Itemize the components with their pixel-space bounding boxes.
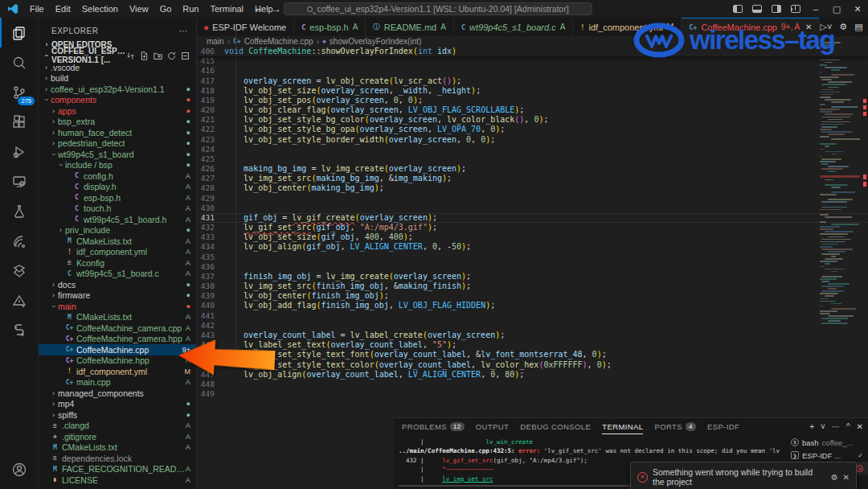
collapse-all-icon[interactable] xyxy=(181,51,190,60)
panel-tab-esp-idf[interactable]: ESP-IDF xyxy=(707,418,739,434)
search-icon[interactable] xyxy=(0,47,39,77)
tree-item-docs[interactable]: ›docs● xyxy=(39,279,196,290)
panel-tab-debug-console[interactable]: DEBUG CONSOLE xyxy=(520,418,591,434)
tab-close-icon[interactable]: ✕ xyxy=(805,23,812,31)
tree-item-config-h[interactable]: Cconfig.hA xyxy=(39,171,196,182)
breadcrumb-item-coffeemachine-cpp[interactable]: CoffeeMachine.cpp xyxy=(244,37,313,46)
panel-tab-problems[interactable]: PROBLEMS12 xyxy=(402,418,465,434)
tree-item-idf-component-yml[interactable]: !idf_component.ymlM xyxy=(39,366,196,377)
tree-item-clangd[interactable]: ≡.clangdA xyxy=(39,421,196,432)
tree-item-spiffs[interactable]: ›spiffs● xyxy=(39,409,196,421)
tree-item-coffeemachine-camera-hpp[interactable]: C+CoffeeMachine_camera.hppA xyxy=(39,334,196,345)
remote-explorer-icon[interactable] xyxy=(0,166,39,196)
tree-item-wt99p4c5-s1-board-h[interactable]: Cwt99p4c5_s1_board.hA xyxy=(39,214,196,225)
terminal-dropdown-icon[interactable]: ˅ xyxy=(821,422,825,431)
tree-item-touch-h[interactable]: Ctouch.hA xyxy=(39,203,196,215)
tree-item-coffeemachine-hpp[interactable]: C+CoffeeMachine.hppA xyxy=(39,355,196,367)
tree-item-apps[interactable]: ›apps● xyxy=(39,105,196,117)
notification-settings-icon[interactable]: ⚙ xyxy=(831,473,838,482)
tree-item-face-recognition-readme-md[interactable]: MFACE_RECOGNITION_README.mdA xyxy=(39,464,196,475)
tree-item-firmware[interactable]: ›firmware● xyxy=(39,290,196,302)
tree-item-wt99p4c5-s1-board-c[interactable]: Cwt99p4c5_s1_board.cA xyxy=(39,269,196,280)
menu-item-run[interactable]: Run xyxy=(177,0,204,18)
tree-item-coffeemachine-camera-cpp[interactable]: C+CoffeeMachine_camera.cppA xyxy=(39,323,196,334)
new-terminal-icon[interactable]: + xyxy=(809,422,814,431)
extensions-icon[interactable] xyxy=(0,107,39,137)
tree-item-license[interactable]: ▮LICENSEA xyxy=(39,475,196,486)
testing-icon[interactable] xyxy=(0,196,39,226)
minimize-button[interactable]: – xyxy=(805,0,826,18)
tab-idf-component-yml[interactable]: !idf_component.ymlM xyxy=(573,18,682,36)
espressif-idf-icon[interactable] xyxy=(0,226,39,256)
back-arrow-icon[interactable]: ← xyxy=(254,3,264,14)
editor-action-device-icon[interactable]: ▤ xyxy=(854,22,862,32)
new-folder-icon[interactable] xyxy=(154,51,162,60)
explorer-icon[interactable] xyxy=(0,18,39,47)
explorer-more-icon[interactable]: ⋯ xyxy=(179,26,189,36)
tree-item-main[interactable]: ›main● xyxy=(39,301,196,312)
toggle-panel-icon[interactable] xyxy=(752,5,762,13)
tree-item-main-cpp[interactable]: C+main.cppA xyxy=(39,377,196,388)
tree-item-idf-component-yml[interactable]: !idf_component.ymlA xyxy=(39,247,196,258)
refresh-icon[interactable] xyxy=(167,51,176,60)
panel-more-icon[interactable]: ⋯ xyxy=(832,422,840,431)
source-control-icon[interactable]: 275 xyxy=(0,77,39,107)
customize-layout-icon[interactable] xyxy=(791,5,800,13)
tree-item-kconfig[interactable]: ≡KconfigA xyxy=(39,257,196,269)
esp-tool-1-icon[interactable] xyxy=(0,256,39,286)
tree-item-display-h[interactable]: Cdisplay.hA xyxy=(39,182,196,193)
tab-wt99p4c5-s1-board-c[interactable]: Cwt99p4c5_s1_board.cA xyxy=(454,18,573,36)
tab-readme-md[interactable]: ⓘREADME.mdA xyxy=(366,18,454,36)
tab-esp-bsp-h[interactable]: Cesp-bsp.hA xyxy=(294,18,366,36)
command-center-search[interactable]: coffee_ui_esp32p4-Version1.1 [WSL: Ubunt… xyxy=(284,2,592,15)
tree-item-coffee-ui-esp32p4-version1-1[interactable]: ›coffee_ui_esp32p4-Version1.1● xyxy=(39,84,196,95)
esp-tool-3-icon[interactable] xyxy=(0,315,39,345)
breadcrumb-item-main[interactable]: main xyxy=(207,37,224,46)
panel-tab-output[interactable]: OUTPUT xyxy=(476,418,509,434)
tree-item-components[interactable]: ›components● xyxy=(39,95,196,106)
overview-ruler[interactable] xyxy=(863,36,866,400)
maximize-button[interactable]: ▢ xyxy=(826,0,847,18)
tree-item-human-face-detect[interactable]: ›human_face_detect● xyxy=(39,127,196,138)
menu-item-go[interactable]: Go xyxy=(154,0,178,18)
tree-item-gitignore[interactable]: ◆.gitignoreA xyxy=(39,431,196,442)
account-icon[interactable] xyxy=(0,454,39,484)
tree-item-cmakelists-txt[interactable]: MCMakeLists.txtA xyxy=(39,312,196,323)
tree-item-cmakelists-txt[interactable]: MCMakeLists.txtA xyxy=(39,236,196,247)
tree-item-pedestrian-detect[interactable]: ›pedestrian_detect● xyxy=(39,138,196,150)
menu-item-file[interactable]: File xyxy=(24,0,50,18)
editor-action-settings-icon[interactable]: ⚙ xyxy=(839,22,847,32)
maximize-panel-icon[interactable]: ^ xyxy=(846,422,850,431)
forward-arrow-icon[interactable]: → xyxy=(272,3,281,14)
panel-tab-ports[interactable]: PORTS4 xyxy=(654,418,695,434)
tree-item-managed-components[interactable]: ›managed_components xyxy=(39,388,196,399)
editor-action-run-icon[interactable]: ▷˅ xyxy=(820,22,832,32)
esp-tool-2-icon[interactable] xyxy=(0,286,39,315)
tab-esp-idf-welcome[interactable]: ●ESP-IDF Welcome xyxy=(197,18,294,36)
tree-item-include-bsp[interactable]: ›include / bsp● xyxy=(39,160,196,171)
tree-item-mp4[interactable]: ›mp4● xyxy=(39,399,196,410)
tree-item-esp-bsp-h[interactable]: Cesp-bsp.hA xyxy=(39,192,196,203)
close-button[interactable]: ✕ xyxy=(847,0,868,18)
project-section[interactable]: › COFFEE_UI_ESP32P4-VERSION1.1 [... xyxy=(39,50,196,61)
toggle-sidebar-icon[interactable] xyxy=(733,5,743,13)
breadcrumb[interactable]: main›C+CoffeeMachine.cpp›◈showOverlayFor… xyxy=(197,36,868,47)
tree-item-build[interactable]: ›build xyxy=(39,73,196,84)
notification-close-icon[interactable]: ✕ xyxy=(843,473,850,482)
tree-item-priv-include[interactable]: ›priv_include● xyxy=(39,225,196,236)
menu-item-terminal[interactable]: Terminal xyxy=(205,0,250,18)
tab-coffeemachine-cpp[interactable]: C+CoffeeMachine.cpp9+, A✕ xyxy=(682,18,820,36)
run-and-debug-icon[interactable] xyxy=(0,137,39,166)
close-panel-icon[interactable]: ✕ xyxy=(857,422,863,431)
terminal-session-0[interactable]: $bashcoffee_... xyxy=(784,436,868,449)
menu-item-selection[interactable]: Selection xyxy=(76,0,124,18)
tree-item-dependencies-lock[interactable]: ≡dependencies.lock xyxy=(39,453,196,464)
compare-icon[interactable] xyxy=(126,51,135,60)
tree-item-wt99p4c5-s1-board[interactable]: ›wt99p4c5_s1_board● xyxy=(39,149,196,160)
code-editor[interactable]: 406void CoffeeMachine::showOverlayForInd… xyxy=(197,47,868,399)
menu-item-edit[interactable]: Edit xyxy=(50,0,76,18)
terminal-session-1[interactable]: ❯ESP-IDF ...✓ xyxy=(784,449,868,462)
tree-item-bsp-extra[interactable]: ›bsp_extra● xyxy=(39,117,196,128)
toggle-secondary-sidebar-icon[interactable] xyxy=(772,5,781,13)
tree-item-cmakelists-txt[interactable]: MCMakeLists.txtA xyxy=(39,442,196,454)
